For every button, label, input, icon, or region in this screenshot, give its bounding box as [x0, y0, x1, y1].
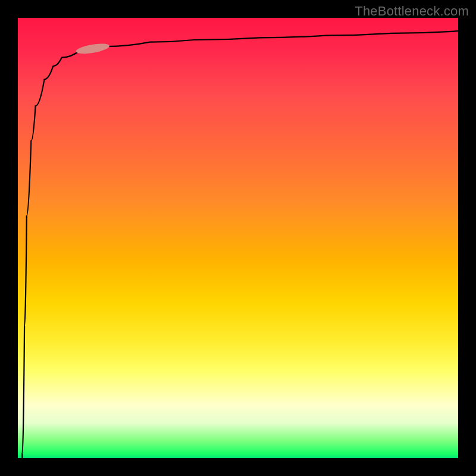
- bottleneck-curve: [22, 31, 458, 458]
- watermark-text: TheBottleneck.com: [355, 4, 469, 19]
- highlight-marker: [76, 42, 111, 55]
- chart-frame: TheBottleneck.com: [0, 0, 476, 476]
- plot-area: [18, 18, 458, 458]
- curve-svg: [18, 18, 458, 458]
